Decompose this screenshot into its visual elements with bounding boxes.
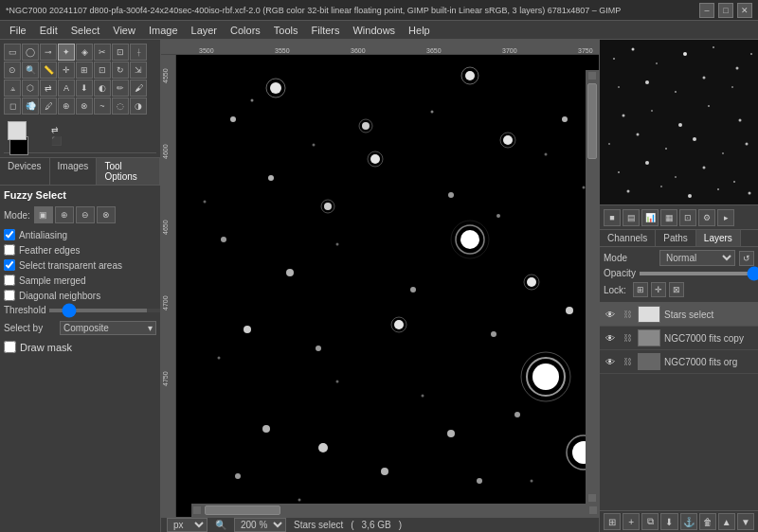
threshold-slider[interactable] [49,309,160,312]
tool-shear[interactable]: ⟁ [4,80,21,97]
layer-eye-1[interactable]: 👁 [604,331,617,345]
tool-scale[interactable]: ⇲ [130,62,147,79]
menu-layer[interactable]: Layer [186,23,224,38]
tool-blend[interactable]: ◐ [94,80,111,97]
scroll-down-btn[interactable] [588,494,596,502]
feather-edges-checkbox[interactable] [4,244,15,256]
scroll-thumb-v[interactable] [587,83,597,159]
mode-select[interactable]: Normal Multiply Screen [659,250,735,266]
move-layer-up-btn[interactable]: ▲ [718,513,735,530]
anchor-layer-btn[interactable]: ⚓ [680,513,697,530]
tool-dodge[interactable]: ◑ [130,98,147,115]
lock-pixels-btn[interactable]: ⊞ [633,282,648,297]
menu-colors[interactable]: Colors [225,23,266,38]
tool-paintbrush[interactable]: 🖌 [130,80,147,97]
tool-eraser[interactable]: ◻ [4,98,21,115]
tool-pencil[interactable]: ✏ [112,80,129,97]
layer-item-0[interactable]: 👁 ⛓ Stars select [600,303,758,327]
tool-heal[interactable]: ⊕ [58,98,75,115]
foreground-color-swatch[interactable] [8,121,27,140]
move-layer-down-btn[interactable]: ▼ [737,513,754,530]
mode-add-btn[interactable]: ⊕ [55,206,74,223]
canvas-content[interactable] [176,55,599,517]
rt-btn-4[interactable]: ▦ [660,209,677,226]
duplicate-layer-btn[interactable]: ⧉ [641,513,659,530]
layer-chain-1[interactable]: ⛓ [621,331,634,345]
select-by-dropdown[interactable]: Composite ▾ [60,321,156,335]
merge-down-btn[interactable]: ⬇ [660,513,677,530]
mode-reset-btn[interactable]: ↺ [739,251,754,266]
tab-layers[interactable]: Layers [696,230,741,246]
rt-btn-5[interactable]: ⊡ [679,209,696,226]
layer-chain-0[interactable]: ⛓ [621,308,634,321]
rt-btn-3[interactable]: 📊 [641,209,659,226]
menu-tools[interactable]: Tools [268,23,304,38]
mode-intersect-btn[interactable]: ⊗ [97,206,116,223]
antialiasing-checkbox[interactable] [4,229,15,240]
sample-merged-checkbox[interactable] [4,275,15,286]
tab-channels[interactable]: Channels [600,230,656,246]
tool-bucket[interactable]: ⬇ [76,80,93,97]
mode-replace-btn[interactable]: ▣ [34,206,53,223]
tool-measure[interactable]: 📏 [40,62,57,79]
layer-chain-2[interactable]: ⛓ [621,355,634,368]
zoom-select[interactable]: 200 % 100 % 50 % [234,518,286,532]
tool-rect-select[interactable]: ▭ [4,44,21,61]
new-layer-group-btn[interactable]: ⊞ [604,513,621,530]
scroll-right-btn[interactable] [589,506,597,514]
lock-position-btn[interactable]: ✛ [651,282,666,297]
tool-ink[interactable]: 🖊 [40,98,57,115]
tool-select-by-color[interactable]: ◈ [76,44,93,61]
tool-clone[interactable]: ⊗ [76,98,93,115]
rt-btn-7[interactable]: ▸ [717,209,734,226]
lock-alpha-btn[interactable]: ⊠ [669,282,684,297]
tool-zoom[interactable]: 🔍 [22,62,39,79]
close-button[interactable]: ✕ [737,3,752,18]
layer-item-2[interactable]: 👁 ⛓ NGC7000 fits org [600,350,758,374]
delete-layer-btn[interactable]: 🗑 [699,513,716,530]
diagonal-neighbors-checkbox[interactable] [4,290,15,301]
tool-scissors[interactable]: ✂ [94,44,111,61]
rt-btn-6[interactable]: ⚙ [698,209,715,226]
menu-image[interactable]: Image [143,23,184,38]
layer-item-1[interactable]: 👁 ⛓ NGC7000 fits copy [600,327,758,350]
layer-eye-0[interactable]: 👁 [604,308,617,321]
menu-windows[interactable]: Windows [347,23,401,38]
tab-paths[interactable]: Paths [656,230,696,246]
scrollbar-bottom[interactable] [191,504,599,517]
layer-eye-2[interactable]: 👁 [604,355,617,368]
mode-subtract-btn[interactable]: ⊖ [76,206,95,223]
tool-fuzzy-select[interactable]: ✦ [58,44,75,61]
tool-foreground-select[interactable]: ⊡ [112,44,129,61]
tool-airbrush[interactable]: 💨 [22,98,39,115]
menu-filters[interactable]: Filters [306,23,346,38]
menu-file[interactable]: File [4,23,32,38]
tab-tool-options[interactable]: Tool Options [97,158,160,185]
reset-colors-icon[interactable]: ⬛ [51,136,62,146]
tool-text[interactable]: A [58,80,75,97]
menu-view[interactable]: View [107,23,141,38]
scroll-left-btn[interactable] [193,506,201,514]
tab-images[interactable]: Images [50,158,98,185]
menu-select[interactable]: Select [65,23,106,38]
scroll-thumb-h[interactable] [205,505,280,515]
tab-devices[interactable]: Devices [0,158,50,185]
tool-color-picker[interactable]: ⊙ [4,62,21,79]
scroll-up-btn[interactable] [588,72,596,80]
tool-blur[interactable]: ◌ [112,98,129,115]
new-layer-btn[interactable]: + [623,513,640,530]
draw-mask-checkbox[interactable] [4,341,16,353]
tool-free-select[interactable]: ⊸ [40,44,57,61]
select-transparent-checkbox[interactable] [4,259,15,271]
scrollbar-right[interactable] [586,70,599,504]
opacity-slider[interactable] [640,272,758,275]
tool-paths[interactable]: ⟊ [130,44,147,61]
tool-flip[interactable]: ⇄ [40,80,57,97]
menu-edit[interactable]: Edit [34,23,63,38]
tool-ellipse-select[interactable]: ◯ [22,44,39,61]
tool-smudge[interactable]: ~ [94,98,111,115]
rt-btn-1[interactable]: ■ [604,209,621,226]
tool-align[interactable]: ⊞ [76,62,93,79]
menu-help[interactable]: Help [403,23,436,38]
swap-colors-icon[interactable]: ⇄ [51,125,62,134]
